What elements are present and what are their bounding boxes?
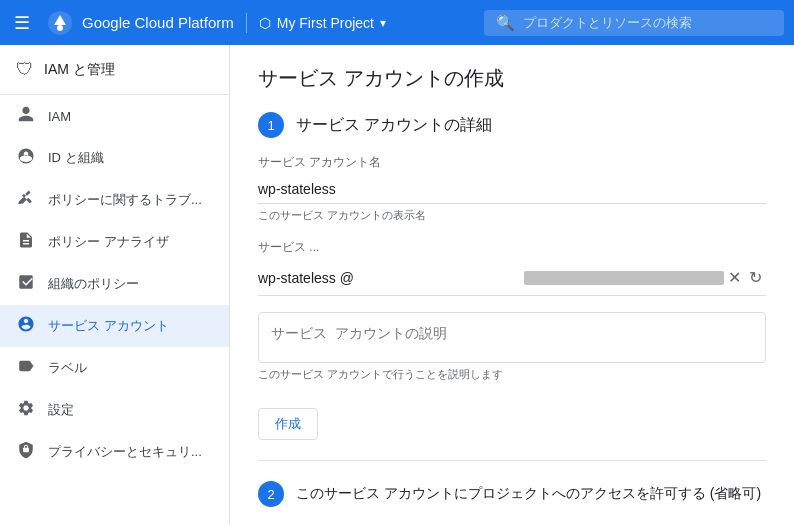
search-bar[interactable]: 🔍 [484,10,784,36]
service-id-group: サービス ... ✕ ↻ [258,239,766,296]
wrench-icon [16,189,36,211]
account-name-group: サービス アカウント名 このサービス アカウントの表示名 [258,154,766,223]
person-icon [16,105,36,127]
project-selector[interactable]: ⬡ My First Project ▾ [259,15,386,31]
menu-icon[interactable]: ☰ [10,8,34,38]
project-chevron-icon: ▾ [380,16,386,30]
step1-number: 1 [258,112,284,138]
sidebar-label-iam: IAM [48,109,71,124]
sidebar-item-iam[interactable]: IAM [0,95,229,137]
logo-text: Google Cloud Platform [82,14,234,31]
step2-title: このサービス アカウントにプロジェクトへのアクセスを許可する (省略可) [296,485,761,503]
sidebar-item-policy-trouble[interactable]: ポリシーに関するトラブ... [0,179,229,221]
account-name-input[interactable] [258,175,766,204]
create-button[interactable]: 作成 [258,408,318,440]
clear-service-id-button[interactable]: ✕ [724,266,745,289]
sidebar-header-title: IAM と管理 [44,61,115,79]
sidebar-label-policy-analyzer: ポリシー アナライザ [48,233,169,251]
account-name-hint: このサービス アカウントの表示名 [258,208,766,223]
shield-icon: 🛡 [16,59,34,80]
step1-title: サービス アカウントの詳細 [296,115,492,136]
sidebar-label-settings: 設定 [48,401,74,419]
org-policy-icon [16,273,36,295]
sidebar: 🛡 IAM と管理 IAM ID と組織 ポリシーに関するトラブ... [0,45,230,525]
description-textarea-wrapper[interactable] [258,312,766,363]
main-layout: 🛡 IAM と管理 IAM ID と組織 ポリシーに関するトラブ... [0,45,794,525]
service-id-input[interactable] [258,270,524,286]
step1-header: 1 サービス アカウントの詳細 [258,112,766,138]
sidebar-item-labels[interactable]: ラベル [0,347,229,389]
service-account-icon [16,315,36,337]
sidebar-label-org-policy: 組織のポリシー [48,275,139,293]
sidebar-item-privacy-security[interactable]: プライバシーとセキュリ... [0,431,229,473]
sidebar-label-policy-trouble: ポリシーに関するトラブ... [48,191,202,209]
sidebar-item-org-policy[interactable]: 組織のポリシー [0,263,229,305]
sidebar-label-id-org: ID と組織 [48,149,104,167]
search-icon: 🔍 [496,14,515,32]
description-hint: このサービス アカウントで行うことを説明します [258,367,766,382]
sidebar-item-service-accounts[interactable]: サービス アカウント [0,305,229,347]
project-name: My First Project [277,15,374,31]
search-input[interactable] [523,15,763,30]
sidebar-label-service-accounts: サービス アカウント [48,317,169,335]
sidebar-label-labels: ラベル [48,359,87,377]
description-group: このサービス アカウントで行うことを説明します [258,312,766,382]
refresh-service-id-button[interactable]: ↻ [745,266,766,289]
gcp-logo-icon [46,9,74,37]
label-icon [16,357,36,379]
top-bar: ☰ Google Cloud Platform ⬡ My First Proje… [0,0,794,45]
project-icon: ⬡ [259,15,271,31]
sidebar-item-policy-analyzer[interactable]: ポリシー アナライザ [0,221,229,263]
service-id-blurred [524,271,724,285]
step2-header: 2 このサービス アカウントにプロジェクトへのアクセスを許可する (省略可) [258,481,766,507]
sidebar-header: 🛡 IAM と管理 [0,45,229,95]
step2-section: 2 このサービス アカウントにプロジェクトへのアクセスを許可する (省略可) [258,460,766,507]
sidebar-item-id-org[interactable]: ID と組織 [0,137,229,179]
settings-icon [16,399,36,421]
account-name-label: サービス アカウント名 [258,154,766,171]
page-title: サービス アカウントの作成 [258,65,766,92]
badge-icon [16,147,36,169]
service-id-label: サービス ... [258,239,766,256]
sidebar-item-settings[interactable]: 設定 [0,389,229,431]
policy-icon [16,231,36,253]
sidebar-label-privacy-security: プライバシーとセキュリ... [48,443,202,461]
svg-point-1 [57,25,63,31]
privacy-icon [16,441,36,463]
top-bar-divider [246,13,247,33]
logo: Google Cloud Platform [46,9,234,37]
service-id-field: ✕ ↻ [258,260,766,296]
step1-section: 1 サービス アカウントの詳細 サービス アカウント名 このサービス アカウント… [258,112,766,440]
description-textarea[interactable] [271,325,753,347]
step2-number: 2 [258,481,284,507]
content-area: サービス アカウントの作成 1 サービス アカウントの詳細 サービス アカウント… [230,45,794,525]
